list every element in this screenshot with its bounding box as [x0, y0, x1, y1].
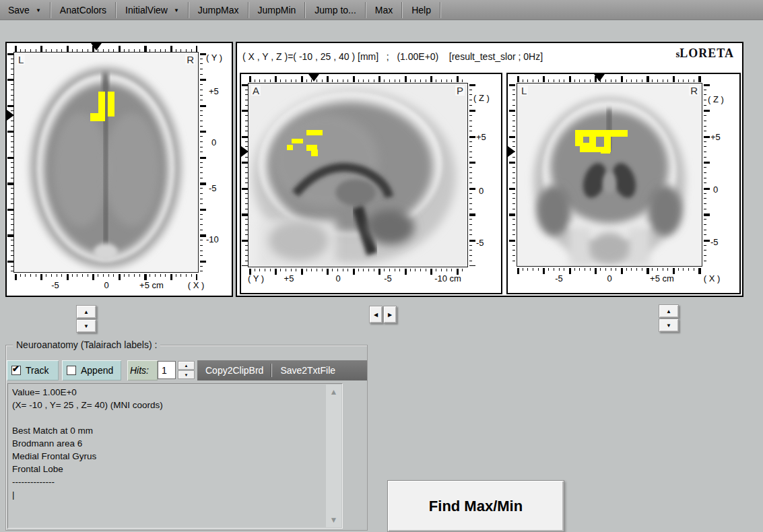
menu-separator — [115, 2, 117, 18]
sloreta-logo: sLORETA — [675, 46, 734, 61]
menu-separator — [304, 2, 306, 18]
axial-slice-up-button[interactable]: ▲ — [76, 305, 96, 319]
hits-up-button[interactable]: ▲ — [178, 361, 195, 370]
menu-item-jumpto[interactable]: Jump to... — [306, 0, 364, 20]
menu-separator — [401, 2, 403, 18]
menu-separator — [365, 2, 366, 18]
sagittal-view-panel: A P ( Z ) +5 0 -5 ( Y ) +5 0 -5 -10 cm — [240, 73, 502, 294]
scroll-down-icon[interactable]: ▼ — [326, 515, 341, 525]
activation-overlay — [14, 53, 198, 272]
track-checkbox[interactable]: ✔ — [11, 366, 21, 375]
talairach-output-area[interactable]: Value= 1.00E+0 (X= -10 , Y= 25 , Z= 40) … — [7, 383, 343, 529]
activation-overlay — [517, 84, 702, 266]
axis-tick-label: -5 — [555, 273, 563, 284]
scroll-up-icon[interactable]: ▲ — [326, 387, 341, 397]
axis-tick-label: +5 — [710, 132, 721, 142]
orientation-label-right: R — [185, 55, 195, 65]
axis-tick-label: 0 — [335, 273, 340, 284]
axis-tick-label: 0 — [607, 273, 611, 284]
menu-item-initialview[interactable]: InitialView ▼ — [117, 0, 187, 20]
axis-tick-label: +5 — [476, 132, 486, 142]
menu-item-label: JumpMin — [258, 5, 296, 15]
dropdown-arrow-icon: ▼ — [174, 7, 179, 13]
arrow-up-icon: ▲ — [84, 309, 89, 315]
output-text: Value= 1.00E+0 (X= -10 , Y= 25 , Z= 40) … — [12, 386, 323, 526]
coronal-left-ticks — [509, 84, 515, 265]
arrow-up-icon: ▲ — [666, 308, 671, 314]
coronal-slice-down-button[interactable]: ▼ — [659, 319, 679, 332]
axial-top-ticks — [15, 46, 197, 52]
menu-item-jumpmax[interactable]: JumpMax — [190, 0, 247, 20]
axial-brain-image[interactable]: L R — [13, 52, 199, 273]
axis-tick-label: 0 — [713, 185, 718, 195]
axis-label: ( X ) — [704, 273, 721, 284]
coronal-slice-up-button[interactable]: ▲ — [659, 304, 679, 318]
dropdown-arrow-icon: ▼ — [36, 7, 41, 13]
slice-marker-top-icon — [91, 43, 102, 51]
menu-separator — [50, 2, 51, 18]
append-checkbox[interactable] — [67, 366, 76, 375]
logo-loreta: LORETA — [679, 46, 734, 60]
axis-tick-label: -5 — [476, 238, 484, 248]
sloreta-viewer-window: Save ▼ AnatColors InitialView ▼ JumpMax … — [0, 0, 763, 532]
hits-down-button[interactable]: ▼ — [178, 370, 195, 379]
output-scrollbar[interactable]: ▲ ▼ — [326, 385, 341, 527]
menu-item-label: Save — [8, 5, 30, 15]
menu-item-label: InitialView — [125, 5, 168, 15]
orientation-label-left: L — [17, 55, 25, 65]
axis-label: ( X ) — [188, 280, 205, 290]
arrow-down-icon: ▼ — [666, 323, 671, 329]
hits-input[interactable]: 1 — [158, 361, 176, 379]
activation-overlay — [248, 84, 467, 267]
append-section: Append — [62, 360, 121, 380]
axis-tick-label: -5 — [710, 237, 719, 247]
menu-item-max[interactable]: Max — [367, 0, 401, 20]
axis-tick-label: 0 — [479, 186, 484, 196]
save2txtfile-button[interactable]: Save2TxtFile — [272, 365, 343, 376]
axial-left-ticks — [7, 53, 13, 271]
menu-separator — [440, 2, 441, 18]
orientation-label-anterior: A — [251, 86, 261, 96]
arrow-down-icon: ▼ — [84, 323, 89, 329]
axis-label: ( Y ) — [206, 53, 222, 63]
sagittal-brain-image[interactable]: A P — [248, 83, 468, 267]
orientation-label-left: L — [520, 86, 528, 96]
hits-label: Hits: — [130, 365, 149, 376]
orientation-label-right: R — [689, 86, 699, 96]
axis-tick-label: -10 — [206, 234, 219, 244]
axis-label: ( Z ) — [473, 93, 490, 103]
slice-marker-top-icon — [308, 74, 319, 81]
axis-label: ( Y ) — [248, 273, 264, 284]
coronal-brain-image[interactable]: L R — [517, 83, 702, 267]
copy2clipbrd-button[interactable]: Copy2ClipBrd — [197, 365, 271, 376]
sagittal-left-ticks — [242, 84, 248, 266]
sagittal-slice-right-button[interactable]: ▶ — [383, 306, 397, 323]
axial-view-panel: L R ( Y ) +5 0 -5 -10 -5 0 +5 cm ( X ) — [5, 42, 233, 297]
axis-tick-label: +5 cm — [139, 280, 164, 290]
arrow-right-icon: ▶ — [388, 312, 392, 318]
groupbox-title: Neuroanatomy (Talairach labels) : — [13, 339, 160, 350]
track-section: ✔ Track — [7, 360, 59, 380]
menu-item-anatcolors[interactable]: AnatColors — [52, 0, 114, 20]
axis-label: ( Z ) — [708, 94, 724, 104]
axis-tick-label: -10 cm — [434, 273, 461, 284]
axis-tick-label: +5 — [209, 86, 219, 96]
axis-tick-label: +5 — [284, 273, 294, 284]
find-maxmin-button[interactable]: Find Max/Min — [387, 480, 564, 532]
menu-item-help[interactable]: Help — [403, 0, 439, 20]
menu-item-label: Max — [375, 5, 393, 15]
arrow-up-icon: ▲ — [185, 364, 189, 368]
menu-item-save[interactable]: Save ▼ — [0, 0, 49, 20]
menu-separator — [188, 2, 189, 18]
axial-bottom-ticks — [15, 274, 197, 280]
axis-tick-label: 0 — [211, 137, 216, 147]
axis-tick-label: 0 — [104, 280, 108, 290]
axis-tick-label: +5 cm — [650, 273, 674, 284]
menu-item-jumpmin[interactable]: JumpMin — [250, 0, 304, 20]
checkmark-icon: ✔ — [12, 364, 20, 374]
axial-slice-down-button[interactable]: ▼ — [76, 319, 96, 333]
arrow-down-icon: ▼ — [185, 373, 189, 377]
orientation-label-posterior: P — [455, 86, 465, 96]
sagittal-slice-left-button[interactable]: ◀ — [369, 306, 383, 323]
coronal-view-panel: L R ( Z ) +5 0 -5 -5 0 +5 cm ( X ) — [506, 73, 741, 294]
